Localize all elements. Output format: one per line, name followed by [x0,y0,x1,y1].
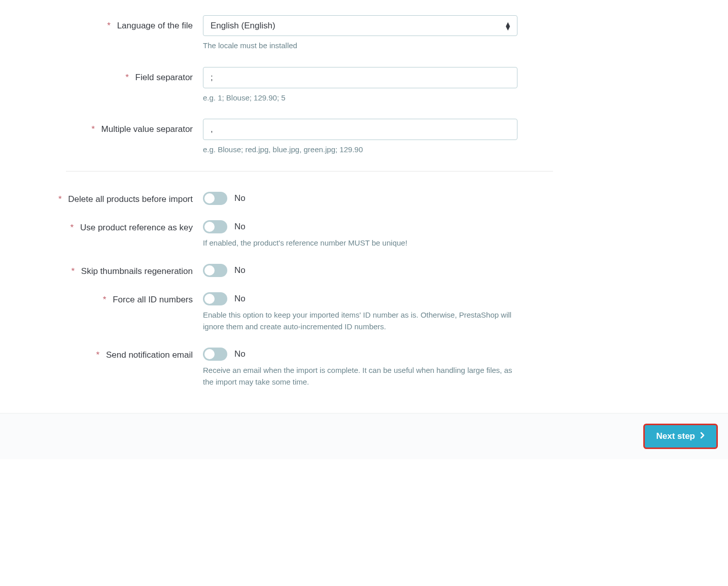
toggle-knob [204,265,215,275]
language-select[interactable]: English (English) [203,15,517,36]
field-separator-control-wrap: e.g. 1; Blouse; 129.90; 5 [203,67,517,104]
toggle-knob [204,349,215,359]
force-id-label: * Force all ID numbers [30,292,203,305]
required-mark: * [125,73,129,82]
skip-thumbnails-label-text: Skip thumbnails regeneration [81,266,193,276]
multiple-value-separator-input[interactable] [203,119,517,140]
chevron-right-icon [700,431,705,441]
send-email-group: * Send notification email No Receive an … [30,348,578,388]
delete-products-group: * Delete all products before import No [30,192,578,205]
section-divider [66,171,553,171]
force-id-label-text: Force all ID numbers [113,295,193,304]
delete-products-toggle[interactable] [203,192,227,205]
next-step-button-label: Next step [656,431,695,441]
skip-thumbnails-toggle[interactable] [203,264,227,277]
force-id-toggle-row: No [203,292,517,305]
field-separator-group: * Field separator e.g. 1; Blouse; 129.90… [30,67,578,104]
required-mark: * [71,266,75,276]
force-id-state: No [234,294,246,304]
field-separator-help-text: e.g. 1; Blouse; 129.90; 5 [203,92,517,104]
use-reference-state: No [234,222,246,232]
language-label-text: Language of the file [117,21,193,30]
required-mark: * [103,295,107,304]
field-separator-input[interactable] [203,67,517,88]
required-mark: * [96,350,100,360]
send-email-control-wrap: No Receive an email when the import is c… [203,348,517,388]
language-field-group: * Language of the file English (English)… [30,15,578,52]
import-settings-form: * Language of the file English (English)… [0,0,609,388]
next-step-button[interactable]: Next step [643,424,718,449]
required-mark: * [91,124,95,134]
skip-thumbnails-group: * Skip thumbnails regeneration No [30,264,578,277]
multiple-value-separator-group: * Multiple value separator e.g. Blouse; … [30,119,578,156]
use-reference-toggle[interactable] [203,220,227,233]
force-id-group: * Force all ID numbers No Enable this op… [30,292,578,332]
delete-products-state: No [234,193,246,203]
delete-products-toggle-row: No [203,192,517,205]
delete-products-control-wrap: No [203,192,517,205]
multiple-value-separator-control-wrap: e.g. Blouse; red.jpg, blue.jpg, green.jp… [203,119,517,156]
skip-thumbnails-state: No [234,265,246,275]
send-email-toggle-row: No [203,348,517,361]
force-id-help-text: Enable this option to keep your imported… [203,309,517,332]
use-reference-label: * Use product reference as key [30,220,203,233]
footer-bar: Next step [0,413,728,459]
field-separator-label: * Field separator [30,67,203,83]
skip-thumbnails-label: * Skip thumbnails regeneration [30,264,203,277]
skip-thumbnails-control-wrap: No [203,264,517,277]
language-control-wrap: English (English) ▲ ▼ The locale must be… [203,15,517,52]
force-id-toggle[interactable] [203,292,227,305]
use-reference-control-wrap: No If enabled, the product's reference n… [203,220,517,249]
delete-products-label-text: Delete all products before import [68,194,193,204]
required-mark: * [58,194,62,204]
multiple-value-separator-help-text: e.g. Blouse; red.jpg, blue.jpg, green.jp… [203,144,517,156]
language-help-text: The locale must be installed [203,40,517,52]
use-reference-label-text: Use product reference as key [80,223,193,232]
send-email-label-text: Send notification email [106,350,193,360]
send-email-toggle[interactable] [203,348,227,361]
send-email-help-text: Receive an email when the import is comp… [203,365,517,388]
required-mark: * [71,223,74,232]
toggle-knob [204,193,215,203]
toggle-knob [204,294,215,304]
required-mark: * [107,21,111,30]
send-email-label: * Send notification email [30,348,203,361]
use-reference-help-text: If enabled, the product's reference numb… [203,237,517,249]
multiple-value-separator-label: * Multiple value separator [30,119,203,135]
field-separator-label-text: Field separator [135,73,193,82]
send-email-state: No [234,349,246,359]
language-label: * Language of the file [30,15,203,31]
multiple-value-separator-label-text: Multiple value separator [101,124,193,134]
use-reference-group: * Use product reference as key No If ena… [30,220,578,249]
use-reference-toggle-row: No [203,220,517,233]
delete-products-label: * Delete all products before import [30,192,203,205]
language-select-wrapper: English (English) ▲ ▼ [203,15,517,36]
force-id-control-wrap: No Enable this option to keep your impor… [203,292,517,332]
skip-thumbnails-toggle-row: No [203,264,517,277]
toggle-knob [204,222,215,232]
